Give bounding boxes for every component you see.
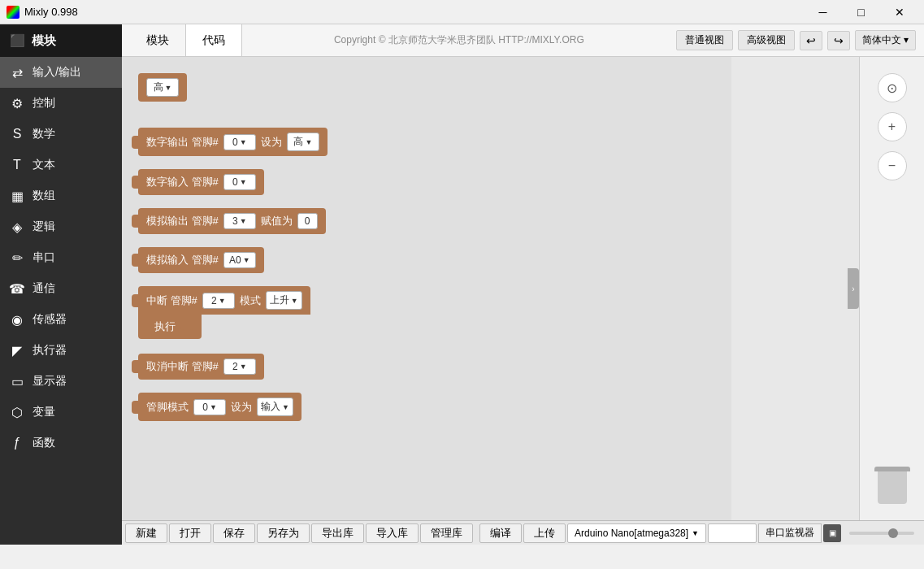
trash-icon[interactable] — [878, 471, 907, 504]
board-label: Arduino Nano[atmega328] — [575, 528, 688, 539]
serial-monitor-button[interactable]: 串口监视器 — [758, 523, 822, 543]
display-label: 显示器 — [33, 374, 67, 389]
display-icon: ▭ — [10, 374, 24, 389]
language-button[interactable]: 简体中文 ▾ — [855, 30, 916, 50]
chip-icon: ▣ — [823, 524, 841, 542]
block-cancel-interrupt: 取消中断 管脚# 2 — [138, 354, 715, 380]
serial-label: 串口 — [33, 250, 55, 265]
dropdown[interactable]: 0 — [223, 174, 256, 190]
control-label: 控制 — [33, 96, 55, 111]
topbar: 模块 代码 Copyright © 北京师范大学米思齐团队 HTTP://MIX… — [122, 24, 924, 57]
comms-label: 通信 — [33, 281, 55, 296]
copyright-text: Copyright © 北京师范大学米思齐团队 HTTP://MIXLY.ORG — [334, 33, 584, 47]
content-area: 模块 代码 Copyright © 北京师范大学米思齐团队 HTTP://MIX… — [122, 24, 924, 545]
dropdown[interactable]: 高 — [146, 78, 179, 97]
sidebar-item-text[interactable]: T 文本 — [0, 150, 122, 180]
sidebar-item-io[interactable]: ⇄ 输入/输出 — [0, 57, 122, 88]
sidebar-item-sensors[interactable]: ◉ 传感器 — [0, 304, 122, 335]
new-button[interactable]: 新建 — [125, 523, 167, 543]
redo-button[interactable]: ↪ — [827, 31, 850, 50]
logic-icon: ◈ — [10, 219, 24, 234]
undo-button[interactable]: ↩ — [800, 31, 822, 50]
dropdown[interactable]: 上升 — [266, 291, 302, 310]
bottombar: 新建 打开 保存 另存为 导出库 导入库 管理库 编译 上传 Arduino N… — [122, 520, 924, 545]
window-controls: ─ □ ✕ — [805, 0, 917, 24]
blocks-canvas: 高数字输出 管脚# 0 设为 高数字输入 管脚# 0模拟输出 管脚# 3 赋值为… — [122, 57, 731, 520]
dropdown[interactable]: 0 — [193, 399, 226, 415]
actuators-icon: ◤ — [10, 343, 24, 358]
tab-code-label: 代码 — [202, 33, 225, 48]
speed-slider[interactable] — [849, 532, 914, 535]
import-lib-button[interactable]: 导入库 — [366, 523, 419, 543]
sidebar-items: ⇄ 输入/输出 ⚙ 控制 S 数学 T 文本 ▦ 数组 ◈ 逻辑 ✏ 串口 ☎ … — [0, 57, 122, 458]
speed-slider-thumb — [888, 528, 898, 538]
right-panel: ⊙ + − — [859, 57, 924, 520]
control-icon: ⚙ — [10, 96, 24, 111]
open-button[interactable]: 打开 — [169, 523, 211, 543]
zoom-in-button[interactable]: + — [878, 112, 907, 141]
logic-label: 逻辑 — [33, 219, 55, 234]
tab-blocks-label: 模块 — [146, 33, 169, 48]
sidebar-item-array[interactable]: ▦ 数组 — [0, 180, 122, 211]
normal-view-button[interactable]: 普通视图 — [676, 30, 733, 50]
math-label: 数学 — [33, 127, 55, 141]
text-label: 文本 — [33, 158, 55, 172]
sidebar-item-logic[interactable]: ◈ 逻辑 — [0, 211, 122, 242]
topbar-tabs: 模块 代码 — [130, 24, 242, 56]
sidebar-item-control[interactable]: ⚙ 控制 — [0, 88, 122, 119]
value-display: 0 — [297, 213, 318, 229]
close-button[interactable]: ✕ — [881, 0, 917, 24]
block-interrupt: 中断 管脚# 2 模式 上升执行 — [138, 286, 715, 341]
array-label: 数组 — [33, 189, 55, 203]
sidebar-header-label: 模块 — [32, 33, 56, 49]
compile-button[interactable]: 编译 — [479, 523, 522, 543]
funcs-label: 函数 — [33, 436, 55, 450]
array-icon: ▦ — [10, 189, 24, 203]
dropdown[interactable]: A0 — [223, 252, 256, 268]
text-icon: T — [10, 158, 24, 172]
dropdown[interactable]: 3 — [223, 213, 256, 229]
board-select[interactable]: Arduino Nano[atmega328] — [567, 523, 706, 543]
dropdown[interactable]: 2 — [223, 358, 256, 375]
dropdown[interactable]: 0 — [223, 134, 256, 150]
save-button[interactable]: 保存 — [213, 523, 255, 543]
sidebar-item-actuators[interactable]: ◤ 执行器 — [0, 335, 122, 366]
dropdown[interactable]: 高 — [287, 132, 319, 151]
port-select[interactable] — [708, 523, 757, 543]
advanced-view-button[interactable]: 高级视图 — [738, 30, 795, 50]
io-icon: ⇄ — [10, 65, 24, 80]
sidebar-item-serial[interactable]: ✏ 串口 — [0, 242, 122, 273]
sidebar-item-funcs[interactable]: ƒ 函数 — [0, 428, 122, 458]
tab-code[interactable]: 代码 — [186, 24, 242, 56]
sidebar-header-icon: ⬛ — [10, 33, 25, 48]
export-lib-button[interactable]: 导出库 — [311, 523, 364, 543]
sidebar-item-math[interactable]: S 数学 — [0, 119, 122, 150]
math-icon: S — [10, 127, 24, 141]
manage-lib-button[interactable]: 管理库 — [420, 523, 473, 543]
maximize-button[interactable]: □ — [843, 0, 879, 24]
io-label: 输入/输出 — [33, 65, 81, 80]
sidebar-item-comms[interactable]: ☎ 通信 — [0, 273, 122, 304]
upload-button[interactable]: 上传 — [523, 523, 566, 543]
titlebar: Mixly 0.998 ─ □ ✕ — [0, 0, 924, 24]
minimize-button[interactable]: ─ — [805, 0, 841, 24]
save-as-button[interactable]: 另存为 — [257, 523, 310, 543]
block-pin-mode: 管脚模式 0 设为 输入 — [138, 393, 715, 421]
comms-icon: ☎ — [10, 281, 24, 296]
sidebar-item-vars[interactable]: ⬡ 变量 — [0, 397, 122, 428]
sidebar-item-display[interactable]: ▭ 显示器 — [0, 366, 122, 397]
sidebar-toggle[interactable]: › — [848, 268, 859, 309]
tab-blocks[interactable]: 模块 — [130, 24, 186, 56]
dropdown[interactable]: 2 — [202, 293, 235, 309]
main-layout: ⬛ 模块 ⇄ 输入/输出 ⚙ 控制 S 数学 T 文本 ▦ 数组 ◈ 逻辑 ✏ … — [0, 24, 924, 545]
block-analog-input: 模拟输入 管脚# A0 — [138, 247, 715, 273]
app-icon — [7, 6, 20, 19]
block-analog-output: 模拟输出 管脚# 3 赋值为 0 — [138, 208, 715, 234]
vars-label: 变量 — [33, 405, 55, 419]
zoom-out-button[interactable]: − — [878, 151, 907, 180]
dropdown[interactable]: 输入 — [257, 397, 293, 416]
vars-icon: ⬡ — [10, 405, 24, 419]
center-tool-button[interactable]: ⊙ — [878, 73, 907, 102]
serial-icon: ✏ — [10, 250, 24, 265]
funcs-icon: ƒ — [10, 436, 24, 450]
